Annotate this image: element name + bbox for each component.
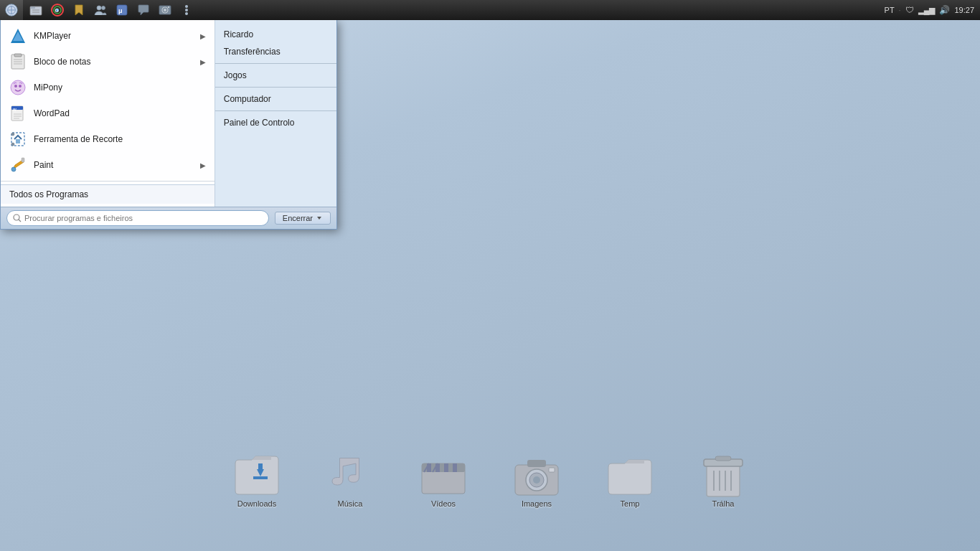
taskbar-sep: · (899, 6, 901, 14)
svg-line-46 (19, 220, 21, 222)
right-item-jogos[interactable]: Jogos (215, 67, 336, 84)
menu-item-kmplayer[interactable]: KMPlayer ▶ (1, 23, 215, 49)
search-input[interactable] (24, 214, 263, 222)
svg-rect-44 (22, 158, 24, 162)
all-programs-item[interactable]: Todos os Programas (1, 184, 215, 204)
imagens-label: Imagens (522, 499, 552, 508)
svg-text:G: G (55, 8, 60, 13)
temp-folder-icon (605, 449, 655, 499)
start-button[interactable] (0, 0, 23, 20)
wordpad-icon: W (9, 105, 27, 122)
paint-label: Paint (34, 160, 193, 170)
shutdown-arrow-icon (316, 215, 323, 222)
file-manager-taskbar-icon[interactable] (26, 0, 46, 20)
svg-point-43 (11, 167, 16, 171)
right-divider-1 (215, 63, 336, 64)
menu-item-paint[interactable]: Paint ▶ (1, 152, 215, 178)
imagens-icon (512, 449, 562, 499)
tralha-label: Trálha (712, 499, 735, 508)
desktop-icon-tralha[interactable]: Trálha (691, 449, 755, 508)
bloco-notas-icon (9, 53, 27, 70)
taskbar-right: PT · 🛡 ▂▄▆ 🔊 19:27 (885, 5, 980, 15)
svg-point-20 (185, 5, 188, 8)
svg-point-21 (185, 9, 188, 11)
menu-item-ferramenta-recorte[interactable]: Ferramenta de Recorte (1, 126, 215, 152)
svg-point-18 (164, 9, 166, 11)
mipony-label: MiPony (34, 83, 206, 93)
taskbar: G μ (0, 0, 980, 20)
menu-item-mipony[interactable]: MiPony (1, 75, 215, 100)
svg-point-63 (533, 476, 540, 484)
desktop-icon-musica[interactable]: Música (318, 449, 382, 508)
kmplayer-icon (9, 27, 27, 44)
desktop-icon-imagens[interactable]: Imagens (504, 449, 569, 508)
svg-rect-64 (549, 468, 555, 472)
bloco-notas-label: Bloco de notas (34, 57, 193, 67)
start-menu: KMPlayer ▶ Bloco de notas ▶ (0, 20, 337, 230)
taskbar-time: 19:27 (954, 6, 974, 14)
desktop-icon-videos[interactable]: Vídeos (411, 449, 476, 508)
ferramenta-recorte-label: Ferramenta de Recorte (34, 134, 206, 144)
svg-rect-19 (168, 6, 169, 8)
downloads-folder-icon (232, 449, 282, 499)
svg-rect-26 (14, 54, 22, 57)
kmplayer-label: KMPlayer (34, 31, 193, 41)
start-menu-left: KMPlayer ▶ Bloco de notas ▶ (1, 20, 215, 207)
people-taskbar-icon[interactable] (90, 0, 110, 20)
desktop-icon-downloads[interactable]: Downloads (225, 449, 289, 508)
svg-rect-49 (258, 463, 263, 471)
taskbar-lang: PT (885, 6, 895, 14)
right-item-computador[interactable]: Computador (215, 90, 336, 108)
temp-label: Temp (621, 499, 640, 508)
chat-taskbar-icon[interactable] (133, 0, 154, 20)
svg-rect-56 (453, 463, 457, 472)
svg-text:μ: μ (118, 7, 123, 14)
svg-point-41 (11, 133, 14, 136)
svg-point-30 (11, 80, 25, 95)
svg-rect-50 (253, 476, 268, 479)
right-item-painel-controlo[interactable]: Painel de Controlo (215, 114, 336, 131)
svg-point-45 (14, 215, 19, 220)
svg-point-31 (14, 85, 17, 88)
right-divider-2 (215, 87, 336, 88)
desktop-icons: Downloads Música Vídeos (0, 449, 980, 508)
svg-point-22 (185, 12, 188, 15)
svg-rect-5 (30, 6, 35, 9)
paint-icon (9, 156, 27, 174)
svg-rect-55 (444, 463, 448, 472)
wordpad-label: WordPad (34, 108, 206, 118)
svg-point-13 (102, 6, 105, 10)
shutdown-button[interactable]: Encerrar (275, 212, 331, 225)
paint-arrow: ▶ (200, 161, 206, 169)
svg-point-12 (97, 6, 101, 10)
kmplayer-arrow: ▶ (200, 32, 206, 40)
ferramenta-recorte-icon (9, 131, 27, 148)
start-menu-right: Ricardo Transferências Jogos Computador … (215, 20, 336, 207)
menu-item-bloco-notas[interactable]: Bloco de notas ▶ (1, 49, 215, 75)
mipony-icon (9, 79, 27, 96)
downloads-label: Downloads (237, 499, 276, 508)
tralha-icon (698, 449, 748, 499)
right-item-transferencias[interactable]: Transferências (215, 43, 336, 60)
torrent-taskbar-icon[interactable]: μ (112, 0, 132, 20)
svg-rect-60 (527, 460, 546, 467)
more-taskbar-icon[interactable] (176, 0, 197, 20)
svg-text:W: W (13, 108, 17, 112)
volume-icon: 🔊 (939, 5, 950, 15)
right-divider-3 (215, 110, 336, 111)
menu-divider-left (1, 181, 215, 182)
desktop-icon-temp[interactable]: Temp (598, 449, 662, 508)
bloco-notas-arrow: ▶ (200, 58, 206, 66)
screenshot-taskbar-icon[interactable] (155, 0, 175, 20)
bookmark-taskbar-icon[interactable] (69, 0, 89, 20)
svg-marker-47 (317, 217, 321, 220)
menu-item-wordpad[interactable]: W WordPad (1, 100, 215, 126)
search-box[interactable] (6, 210, 269, 226)
browser-taskbar-icon[interactable]: G (47, 0, 67, 20)
right-item-ricardo[interactable]: Ricardo (215, 26, 336, 43)
videos-icon (418, 449, 468, 499)
start-menu-main: KMPlayer ▶ Bloco de notas ▶ (1, 20, 336, 207)
network-icon: 🛡 (905, 5, 914, 15)
videos-label: Vídeos (431, 499, 456, 508)
musica-icon (325, 449, 375, 499)
